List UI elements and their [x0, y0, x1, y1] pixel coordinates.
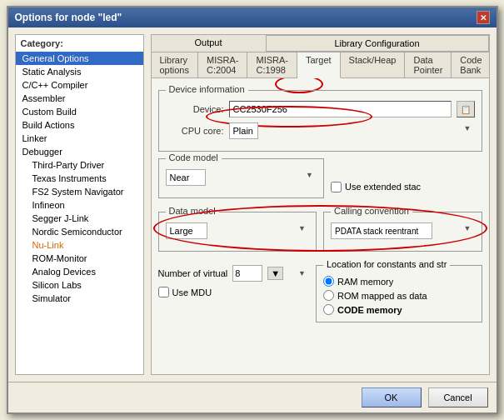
virtual-regs-label: Number of virtual [158, 268, 228, 278]
sidebar-item-nordic-semiconductor[interactable]: Nordic Semiconductor [16, 225, 143, 238]
location-group: Location for constants and str RAM memor… [316, 265, 482, 322]
radio-ram-label: RAM memory [337, 277, 393, 287]
use-mdu-label: Use MDU [172, 288, 212, 298]
code-model-label: Code model [166, 152, 222, 162]
sidebar-item-debugger[interactable]: Debugger [16, 145, 143, 158]
radio-code: CODE memory [323, 304, 475, 315]
sidebar-item-nu-link[interactable]: Nu-Link [16, 238, 143, 252]
device-row: Device: 📋 [166, 101, 475, 118]
ok-button[interactable]: OK [362, 388, 422, 408]
tab-misra-1998[interactable]: MISRA-C:1998 [247, 52, 297, 78]
device-info-label: Device information [166, 84, 248, 94]
sidebar-item-fs2-system-navigator[interactable]: FS2 System Navigator [16, 185, 143, 198]
sidebar-item-texas-instruments[interactable]: Texas Instruments [16, 172, 143, 185]
dialog-title: Options for node "led" [15, 12, 122, 23]
radio-rom-input[interactable] [323, 290, 334, 301]
virtual-regs-input[interactable] [232, 265, 262, 282]
calling-convention-row: PDATA stack reentrant IDATA stack reentr… [331, 222, 475, 239]
sidebar-item-infineon[interactable]: Infineon [16, 198, 143, 212]
sidebar-item-cpp-compiler[interactable]: C/C++ Compiler [16, 78, 143, 92]
tab-stack-heap[interactable]: Stack/Heap [341, 52, 406, 78]
sidebar-item-general-options[interactable]: General Options [16, 52, 143, 65]
code-model-row: Near Banked Far Tiny [166, 169, 317, 186]
tab-content: Device information Device: 📋 CPU core: P… [152, 78, 489, 374]
calling-convention-select-wrapper: PDATA stack reentrant IDATA stack reentr… [331, 222, 475, 239]
data-model-select[interactable]: Small Medium Large [166, 222, 207, 239]
tab-code-bank[interactable]: Code Bank [452, 52, 489, 78]
data-model-label: Data model [166, 206, 219, 216]
title-bar: Options for node "led" ✕ [8, 8, 497, 28]
radio-rom-label: ROM mapped as data [337, 291, 427, 301]
cpu-core-select-wrapper: Plain [229, 122, 475, 139]
radio-code-label: CODE memory [337, 305, 402, 315]
device-info-group: Device information Device: 📋 CPU core: P… [158, 90, 482, 152]
category-label: Category: [16, 35, 143, 52]
radio-ram: RAM memory [323, 276, 475, 287]
cpu-core-row: CPU core: Plain [166, 122, 475, 139]
dialog-footer: OK Cancel [8, 382, 497, 412]
code-model-group: Code model Near Banked Far Tiny [158, 158, 325, 198]
code-model-select-wrapper: Near Banked Far Tiny [166, 169, 317, 186]
code-model-select[interactable]: Near Banked Far Tiny [166, 169, 206, 186]
virtual-area: Number of virtual ▼ Use MDU [158, 265, 310, 322]
sidebar-item-third-party-driver[interactable]: Third-Party Driver [16, 158, 143, 172]
use-mdu-row: Use MDU [158, 287, 310, 298]
sidebar-item-analog-devices[interactable]: Analog Devices [16, 265, 143, 278]
data-model-row: Small Medium Large [166, 222, 310, 239]
main-panel: Output Library Configuration Library opt… [151, 34, 490, 375]
data-model-group: Data model Small Medium Large [158, 212, 317, 252]
tab-library-options[interactable]: Library options [152, 52, 198, 78]
tab-bar-bottom: Library options MISRA-C:2004 MISRA-C:199… [152, 52, 489, 78]
location-label: Location for constants and str [323, 259, 450, 269]
cancel-button[interactable]: Cancel [428, 388, 488, 408]
sidebar-item-segger-jlink[interactable]: Segger J-Link [16, 212, 143, 225]
device-input[interactable] [229, 101, 452, 118]
cpu-core-label: CPU core: [166, 126, 224, 136]
dialog: Options for node "led" ✕ Category: Gener… [7, 6, 498, 414]
data-model-select-wrapper: Small Medium Large [166, 222, 310, 239]
cpu-core-select[interactable]: Plain [229, 122, 258, 139]
calling-convention-select[interactable]: PDATA stack reentrant IDATA stack reentr… [331, 222, 432, 239]
sidebar-item-linker[interactable]: Linker [16, 132, 143, 145]
tab-data-pointer[interactable]: Data Pointer [405, 52, 452, 78]
sidebar-item-build-actions[interactable]: Build Actions [16, 118, 143, 132]
virtual-spin-wrapper: ▼ [267, 268, 309, 279]
tab-misra-2004[interactable]: MISRA-C:2004 [198, 52, 248, 78]
sidebar-item-silicon-labs[interactable]: Silicon Labs [16, 278, 143, 292]
radio-code-input[interactable] [323, 304, 334, 315]
use-extended-stack-label: Use extended stac [345, 182, 421, 192]
extended-stack-area: Use extended stac [331, 158, 482, 205]
radio-ram-input[interactable] [323, 276, 334, 287]
tab-target[interactable]: Target [297, 52, 341, 78]
sidebar-item-assembler[interactable]: Assembler [16, 92, 143, 105]
device-label: Device: [166, 104, 224, 114]
use-mdu-checkbox[interactable] [158, 287, 169, 298]
sidebar: Category: General Options Static Analysi… [15, 34, 144, 375]
tab-library-config[interactable]: Library Configuration [267, 35, 489, 52]
sidebar-item-rom-monitor[interactable]: ROM-Monitor [16, 252, 143, 265]
sidebar-item-custom-build[interactable]: Custom Build [16, 105, 143, 118]
sidebar-item-static-analysis[interactable]: Static Analysis [16, 65, 143, 78]
calling-convention-group: Calling convention PDATA stack reentrant… [323, 212, 482, 252]
sidebar-item-simulator[interactable]: Simulator [16, 292, 143, 305]
radio-rom: ROM mapped as data [323, 290, 475, 301]
use-extended-stack-checkbox[interactable] [331, 182, 342, 192]
virtual-regs-row: Number of virtual ▼ [158, 265, 310, 282]
top-header-row: Output Library Configuration [152, 35, 489, 52]
copy-button[interactable]: 📋 [457, 101, 475, 118]
dialog-body: Category: General Options Static Analysi… [8, 28, 497, 382]
close-button[interactable]: ✕ [477, 11, 490, 24]
calling-convention-label: Calling convention [331, 206, 412, 216]
virtual-spin-btn[interactable]: ▼ [267, 267, 283, 280]
tab-output[interactable]: Output [152, 35, 267, 52]
